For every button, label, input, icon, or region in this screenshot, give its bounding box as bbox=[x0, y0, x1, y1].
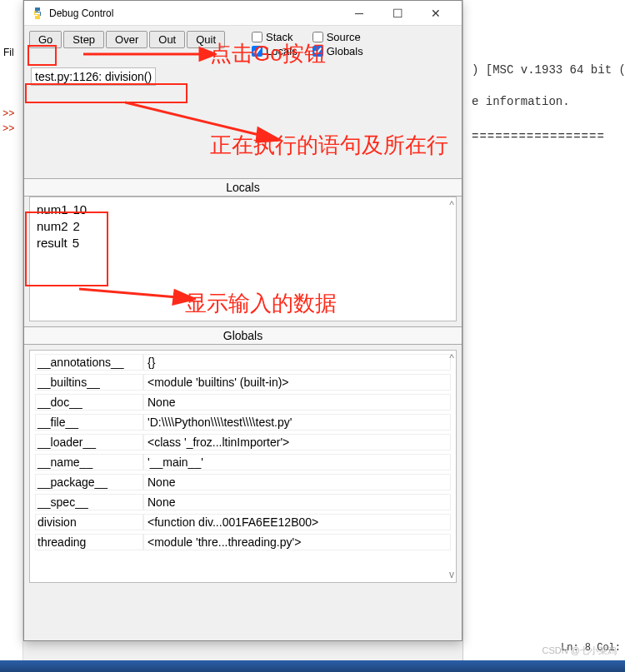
close-button[interactable]: ✕ bbox=[417, 1, 455, 26]
debug-control-window: Debug Control ─ ☐ ✕ Go Step Over Out Qui… bbox=[23, 0, 462, 641]
globals-row: division<function div...001FA6EE12B00> bbox=[35, 514, 451, 530]
globals-row: __spec__None bbox=[35, 494, 451, 510]
idle-prompt: >> bbox=[2, 123, 14, 135]
locals-header: Locals bbox=[24, 178, 462, 197]
globals-row: __doc__None bbox=[35, 394, 451, 411]
locals-panel: ^ num110 num22 result5 bbox=[29, 197, 457, 321]
maximize-button[interactable]: ☐ bbox=[378, 1, 417, 26]
out-button[interactable]: Out bbox=[149, 31, 185, 48]
scroll-up-icon[interactable]: ^ bbox=[449, 199, 454, 211]
globals-row: __package__None bbox=[35, 474, 451, 490]
quit-button[interactable]: Quit bbox=[187, 31, 225, 48]
titlebar: Debug Control ─ ☐ ✕ bbox=[24, 1, 462, 26]
idle-text-3: ================= bbox=[472, 130, 605, 143]
scroll-up-icon[interactable]: ^ bbox=[449, 352, 454, 364]
taskbar bbox=[0, 660, 625, 672]
globals-row: __annotations__{} bbox=[35, 354, 451, 371]
scroll-down-icon[interactable]: v bbox=[449, 569, 454, 580]
step-button[interactable]: Step bbox=[63, 31, 104, 48]
globals-row: __file__'D:\\\\Python\\\\test\\\\test.py… bbox=[35, 414, 451, 431]
locals-checkbox[interactable]: Locals bbox=[252, 45, 298, 57]
globals-row: threading<module 'thre...threading.py'> bbox=[35, 534, 451, 550]
globals-row: __builtins__<module 'builtins' (built-in… bbox=[35, 374, 451, 391]
stack-checkbox[interactable]: Stack bbox=[252, 31, 298, 43]
globals-checkbox[interactable]: Globals bbox=[312, 45, 363, 57]
idle-prompt: >> bbox=[2, 108, 14, 120]
globals-header: Globals bbox=[24, 326, 462, 345]
locals-row: num110 bbox=[37, 202, 449, 217]
globals-row: __loader__<class '_froz...ltinImporter'> bbox=[35, 434, 451, 450]
toolbar: Go Step Over Out Quit Stack Source Local… bbox=[24, 26, 462, 59]
idle-text-1: ) [MSC v.1933 64 bit ( bbox=[472, 63, 625, 77]
over-button[interactable]: Over bbox=[106, 31, 148, 48]
globals-panel: ^ v __annotations__{} __builtins__<modul… bbox=[29, 350, 457, 583]
locals-row: result5 bbox=[37, 236, 449, 250]
go-button[interactable]: Go bbox=[29, 31, 62, 48]
background-idle-window: ) [MSC v.1933 64 bit ( e information. ==… bbox=[462, 0, 625, 672]
idle-text-2: e information. bbox=[472, 95, 570, 108]
watermark: CSDN @七小菜鸡 bbox=[542, 645, 617, 657]
background-left-strip: Fil >> >> bbox=[0, 0, 23, 672]
file-menu-cut: Fil bbox=[3, 47, 14, 58]
current-statement: test.py:1126: division() bbox=[31, 67, 156, 86]
window-title: Debug Control bbox=[49, 7, 340, 19]
minimize-button[interactable]: ─ bbox=[340, 1, 378, 26]
source-checkbox[interactable]: Source bbox=[312, 31, 363, 43]
globals-row: __name__'__main__' bbox=[35, 454, 451, 470]
locals-row: num22 bbox=[37, 219, 449, 233]
python-icon bbox=[31, 7, 44, 20]
